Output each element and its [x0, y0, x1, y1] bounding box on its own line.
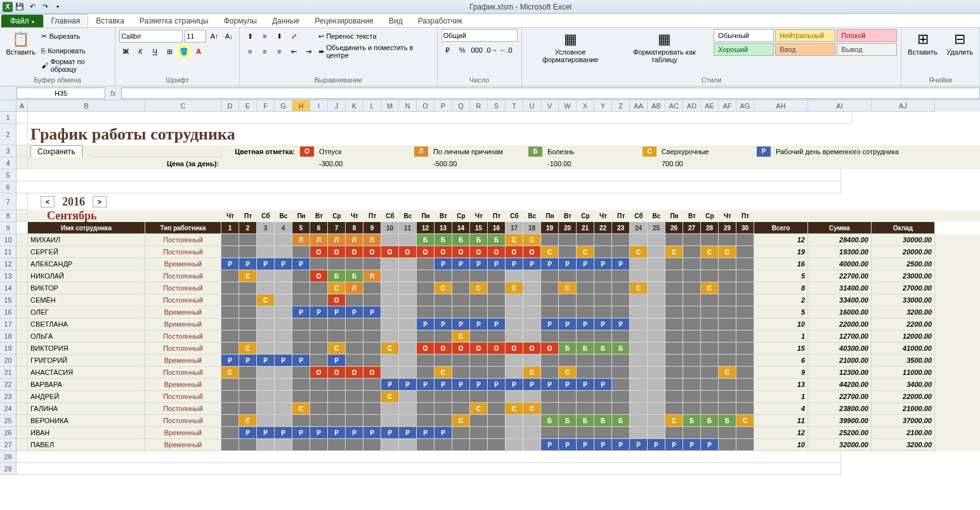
- cell-13-28[interactable]: [701, 391, 719, 403]
- sum-2[interactable]: 40000.00: [808, 258, 872, 270]
- style-normal[interactable]: Обычный: [714, 29, 774, 42]
- cell-4-2[interactable]: [239, 282, 257, 294]
- cell-5-5[interactable]: [292, 294, 310, 306]
- cell-16-20[interactable]: [559, 427, 577, 439]
- legend-text-О[interactable]: Отпуск: [317, 145, 412, 157]
- cell-0-11[interactable]: [399, 234, 417, 246]
- cell-3-8[interactable]: Б: [346, 270, 363, 282]
- cell-9-30[interactable]: [736, 343, 754, 355]
- cell-9-24[interactable]: [630, 343, 648, 355]
- emp-name-2[interactable]: АЛЕКСАНДР: [28, 258, 145, 270]
- cell-11-20[interactable]: С: [559, 367, 577, 379]
- cell-3-18[interactable]: [523, 270, 541, 282]
- tab-developer[interactable]: Разработчик: [410, 15, 470, 27]
- cell-7-8[interactable]: [346, 318, 363, 330]
- cell-0-24[interactable]: [630, 234, 648, 246]
- cell-15-14[interactable]: С: [452, 415, 470, 427]
- cell-10-3[interactable]: Р: [257, 355, 275, 367]
- col-header-F[interactable]: F: [257, 100, 275, 112]
- cell-1-1[interactable]: [221, 246, 239, 258]
- emp-name-0[interactable]: МИХАИЛ: [28, 234, 145, 246]
- cell-8-22[interactable]: [594, 330, 612, 343]
- cell-2-22[interactable]: Р: [594, 258, 612, 270]
- cell-13-30[interactable]: [736, 391, 754, 403]
- cell-14-13[interactable]: [434, 403, 452, 415]
- cell-8-25[interactable]: [648, 330, 665, 343]
- cell-11-24[interactable]: [630, 367, 648, 379]
- cell-17-16[interactable]: [488, 439, 506, 451]
- cell-7-13[interactable]: Р: [434, 318, 452, 330]
- col-header-K[interactable]: K: [346, 100, 363, 112]
- hdr-day-5[interactable]: 5: [292, 222, 310, 234]
- cell-5-26[interactable]: [665, 294, 683, 306]
- dow-7[interactable]: Ср: [328, 210, 346, 222]
- dow-24[interactable]: Сб: [630, 210, 648, 222]
- emp-type-17[interactable]: Временный: [145, 439, 221, 451]
- cell-10-19[interactable]: [541, 355, 559, 367]
- cell-9-6[interactable]: [310, 343, 328, 355]
- col-header-U[interactable]: U: [523, 100, 541, 112]
- name-box[interactable]: [16, 88, 105, 99]
- cell-5-28[interactable]: [701, 294, 719, 306]
- row-header-17[interactable]: 17: [0, 318, 16, 330]
- cell-6-2[interactable]: [239, 306, 257, 318]
- dow-25[interactable]: Вс: [648, 210, 665, 222]
- row-header-19[interactable]: 19: [0, 343, 16, 355]
- col-header-I[interactable]: I: [310, 100, 328, 112]
- row-header-7[interactable]: 7: [0, 193, 16, 210]
- cell-14-17[interactable]: С: [506, 403, 523, 415]
- sum-7[interactable]: 22000.00: [808, 318, 872, 330]
- cell-13-6[interactable]: [310, 391, 328, 403]
- emp-type-11[interactable]: Постоянный: [145, 367, 221, 379]
- cell-7-11[interactable]: [399, 318, 417, 330]
- cell-4-19[interactable]: [541, 282, 559, 294]
- dow-22[interactable]: Чт: [594, 210, 612, 222]
- cell-11-4[interactable]: [275, 367, 292, 379]
- cell-0-2[interactable]: [239, 234, 257, 246]
- cell-17-27[interactable]: Р: [683, 439, 701, 451]
- cell-0-19[interactable]: [541, 234, 559, 246]
- cell-16-15[interactable]: [470, 427, 488, 439]
- hdr-day-19[interactable]: 19: [541, 222, 559, 234]
- cell-13-20[interactable]: [559, 391, 577, 403]
- cell-1-9[interactable]: О: [363, 246, 381, 258]
- cell-9-21[interactable]: Б: [577, 343, 594, 355]
- emp-name-13[interactable]: АНДРЕЙ: [28, 391, 145, 403]
- sum-13[interactable]: 22700.00: [808, 391, 872, 403]
- cell-7-3[interactable]: [257, 318, 275, 330]
- cell-17-15[interactable]: [470, 439, 488, 451]
- cell-11-28[interactable]: [701, 367, 719, 379]
- cell-10-14[interactable]: [452, 355, 470, 367]
- cell-1-21[interactable]: С: [577, 246, 594, 258]
- col-header-AG[interactable]: AG: [736, 100, 754, 112]
- cell-11-17[interactable]: [506, 367, 523, 379]
- cell-14-26[interactable]: [665, 403, 683, 415]
- number-format-combo[interactable]: [441, 29, 518, 42]
- cell-11-26[interactable]: [665, 367, 683, 379]
- cell-7-20[interactable]: Р: [559, 318, 577, 330]
- salary-4[interactable]: 27000.00: [872, 282, 935, 294]
- cell-1-22[interactable]: [594, 246, 612, 258]
- hdr-day-3[interactable]: 3: [257, 222, 275, 234]
- cell-16-24[interactable]: [630, 427, 648, 439]
- cell-16-16[interactable]: [488, 427, 506, 439]
- cell-2-24[interactable]: [630, 258, 648, 270]
- cell-5-12[interactable]: [417, 294, 434, 306]
- cell-1-5[interactable]: [292, 246, 310, 258]
- cell-9-22[interactable]: Б: [594, 343, 612, 355]
- align-bottom-button[interactable]: ⬇: [273, 30, 285, 43]
- row-header-5[interactable]: 5: [0, 169, 16, 181]
- cell-15-28[interactable]: Б: [701, 415, 719, 427]
- cell-11-10[interactable]: [381, 367, 399, 379]
- hdr-day-26[interactable]: 26: [665, 222, 683, 234]
- cell-9-28[interactable]: [701, 343, 719, 355]
- cell-14-3[interactable]: [257, 403, 275, 415]
- delete-cells-button[interactable]: ⊟Удалить: [944, 29, 976, 57]
- cell-2-13[interactable]: Р: [434, 258, 452, 270]
- cell-17-21[interactable]: Р: [577, 439, 594, 451]
- cell-13-12[interactable]: [417, 391, 434, 403]
- cell-12-3[interactable]: [257, 379, 275, 391]
- cell-12-4[interactable]: [275, 379, 292, 391]
- cell-15-29[interactable]: Б: [719, 415, 736, 427]
- cell-16-18[interactable]: [523, 427, 541, 439]
